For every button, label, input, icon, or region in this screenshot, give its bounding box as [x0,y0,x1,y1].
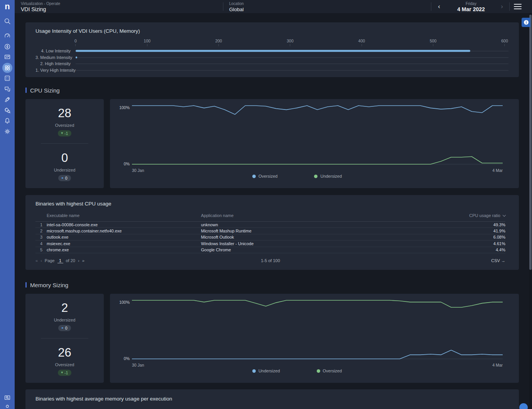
column-cpu-usage-ratio[interactable]: CPU usage ratio [463,213,505,218]
column-application-name[interactable]: Application name [201,213,463,218]
section-accent-bar [25,88,27,93]
axis-tick-mark [218,44,219,46]
apps-icon[interactable] [2,63,12,73]
last-page-button[interactable]: » [82,258,84,263]
table-cell: 41.9% [463,229,505,233]
usage-intensity-card: Usage Intensity of VDI Users (CPU, Memor… [25,22,519,77]
assistant-fab-button[interactable] [519,403,528,409]
x-start-label: 30 Jan [132,363,144,367]
date-picker[interactable]: Friday 4 Mar 2022 [446,2,496,12]
table-row[interactable]: 1intel-sa-00086-console.exeunknown49.3% [35,222,505,228]
breadcrumb: Virtualization - Operate [21,2,60,6]
stat-label: Undersized [54,168,76,172]
divider [509,2,510,11]
axis-tick: 600 [501,39,508,46]
table-cell: Google Chrome [201,247,463,252]
usage-bar[interactable] [76,50,470,52]
stat-value: 28 [58,106,71,120]
cpu-oversized-stat: 28 Oversized ▾ -1 [25,99,104,143]
axis-tick: 200 [215,39,222,46]
undersized-series-line [132,350,503,359]
row-range-label: 1-5 of 100 [261,258,280,263]
table-cell: 5 [35,247,47,252]
scrollbar-thumb[interactable] [529,15,532,270]
info-icon [524,20,529,25]
x-end-label: 4 Mar [492,168,503,173]
table-cell: 4 [35,241,47,246]
hamburger-menu-icon[interactable] [514,3,522,10]
table-cell: 49.3% [463,222,505,227]
table-cell: 4.61% [463,241,505,246]
legend-label: Oversized [258,174,278,178]
usage-row-label: 4. Low Intensity [35,49,76,53]
app-logo[interactable]: n [0,0,15,13]
stat-value: 0 [61,151,68,165]
csv-export-link[interactable]: CSV → [491,258,505,263]
memory-trend-card: 100% 0% 30 Jan 4 Mar UndersizedOversized [110,294,519,383]
chat-icon[interactable] [4,86,11,93]
stat-label: Undersized [54,318,76,322]
compass-icon[interactable] [4,43,11,50]
axis-tick-label: 500 [430,39,437,43]
column-executable-name[interactable]: Executable name [47,213,201,218]
bell-icon[interactable] [4,117,11,124]
monitor-chart-icon[interactable] [4,54,11,61]
table-cell: 1 [35,222,47,227]
axis-tick-mark [76,44,76,46]
page-input[interactable]: 1 [57,258,63,263]
axis-tick-mark [290,44,290,46]
usage-card-title: Usage Intensity of VDI Users (CPU, Memor… [25,22,519,34]
table-cell: outlook.exe [47,235,201,239]
search-icon[interactable] [4,18,11,25]
table-cell: chrome.exe [47,247,201,252]
cpu-section-label: CPU Sizing [30,87,60,94]
legend-dot [317,369,320,373]
table-pagination: « ‹ Page 1 of 20 › » 1-5 of 100 CSV → [35,258,505,263]
memory-section-header: Memory Sizing [25,281,68,288]
next-page-button[interactable]: › [78,258,79,263]
location-value: Global [229,7,244,12]
settings-icon[interactable] [4,128,11,135]
y-axis-max-label: 100% [110,300,130,305]
trend-delta: 0 [65,326,68,330]
prev-page-button[interactable]: ‹ [41,258,42,263]
table-row[interactable]: 4msiexec.exeWindows Installer - Unicode4… [35,241,505,247]
table-row[interactable]: 2microsoft.mashup.container.netfx40.exeM… [35,228,505,234]
y-axis-max-label: 100% [110,105,130,110]
table-cell: 4.4% [463,247,505,252]
table-row[interactable]: 3outlook.exeMicrosoft Outlook6.08% [35,234,505,241]
legend-item-undersized[interactable]: Undersized [252,369,280,373]
first-page-button[interactable]: « [35,258,38,263]
table-row[interactable]: 5chrome.exeGoogle Chrome4.4% [35,247,505,253]
usage-row-track [76,54,508,61]
gauge-icon[interactable] [4,32,11,39]
undersized-series-line [132,157,503,164]
usage-bar[interactable] [76,56,77,58]
table-cell: msiexec.exe [47,241,201,246]
legend-item-oversized[interactable]: Oversized [317,369,342,373]
table-cell: unknown [201,222,463,227]
legend-dot [252,175,256,178]
axis-tick: 400 [358,39,365,46]
y-axis-min-label: 0% [110,162,130,166]
table-header-row: Executable name Application name CPU usa… [35,210,505,222]
stat-label: Oversized [55,362,74,367]
usage-row: 1. Very High Intensity [35,67,508,74]
axis-tick: 500 [430,39,437,46]
info-button[interactable] [522,18,530,27]
date-prev-button[interactable]: ‹ [435,3,443,10]
legend-item-undersized[interactable]: Undersized [314,174,342,178]
legend-item-oversized[interactable]: Oversized [252,174,278,178]
grid-icon[interactable] [4,75,11,82]
trend-badge: ▾ -1 [58,130,72,136]
date-day-label: Friday [446,2,496,6]
location-selector[interactable]: Location Global [229,2,244,12]
usage-row-track [76,67,508,74]
monitor-search-icon[interactable] [4,394,11,401]
rocket-icon[interactable] [4,96,11,103]
date-next-button[interactable]: › [498,3,506,10]
gear-search-icon[interactable] [4,107,11,114]
user-icon[interactable] [4,404,11,409]
memory-stats-card: 2 Undersized ▸ 0 26 Oversized ▾ -1 [25,294,104,383]
axis-tick-mark [433,44,433,46]
